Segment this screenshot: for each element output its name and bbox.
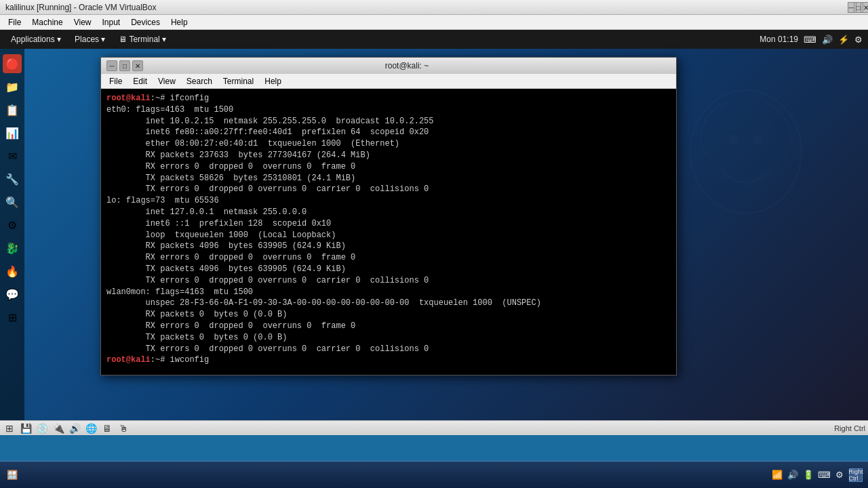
terminal-line: RX errors 0 dropped 0 overruns 0 frame 0 <box>106 321 671 332</box>
terminal-line: RX packets 0 bytes 0 (0.0 B) <box>106 309 671 321</box>
terminal-line: RX errors 0 dropped 0 overruns 0 frame 0 <box>106 252 671 264</box>
sidebar-icon-3[interactable]: 📊 <box>3 123 22 142</box>
close-button[interactable]: ✕ <box>863 2 868 13</box>
kbd-icon: ⌨ <box>804 35 816 45</box>
terminal-maximize[interactable]: □ <box>119 60 130 71</box>
terminal-line: inet6 fe80::a00:27ff:fee0:40d1 prefixlen… <box>106 127 671 138</box>
sidebar-icon-9[interactable]: 🔥 <box>3 262 22 281</box>
terminal-label: Terminal ▾ <box>129 35 166 44</box>
places-label: Places ▾ <box>75 35 105 44</box>
terminal-menubar: File Edit View Search Terminal Help <box>101 74 676 89</box>
right-ctrl-label: Right Ctrl <box>834 424 865 432</box>
status-usb-icon[interactable]: 🔌 <box>52 422 65 434</box>
status-optical-icon[interactable]: 💿 <box>35 422 49 434</box>
terminal-icon: 🖥 <box>119 35 127 44</box>
term-menu-edit[interactable]: Edit <box>127 75 153 87</box>
minimize-button[interactable]: ─ <box>848 2 854 13</box>
term-menu-terminal[interactable]: Terminal <box>218 75 259 87</box>
terminal-line: ether 08:00:27:e0:40:d1 txqueuelen 1000 … <box>106 138 671 150</box>
terminal-line: TX packets 4096 bytes 639905 (624.9 KiB) <box>106 264 671 275</box>
terminal-line: RX packets 4096 bytes 639905 (624.9 KiB) <box>106 241 671 252</box>
host-settings-icon[interactable]: ⚙ <box>833 468 846 482</box>
terminal-window-controls: ─ □ ✕ <box>106 60 143 71</box>
clock-display: Mon 01:19 <box>760 35 798 44</box>
host-system-tray: 📶 🔊 🔋 ⌨ ⚙ <box>770 468 846 482</box>
terminal-title: root@kali: ~ <box>143 61 671 70</box>
status-network-icon[interactable]: 🌐 <box>84 422 98 434</box>
host-battery-icon[interactable]: 🔋 <box>802 468 815 482</box>
sidebar-icon-11[interactable]: ⊞ <box>3 308 22 327</box>
host-taskbar-left: 🪟 <box>5 468 19 482</box>
status-hdd-icon[interactable]: 💾 <box>19 422 33 434</box>
sidebar-icon-2[interactable]: 📋 <box>3 100 22 119</box>
power-icon[interactable]: ⚡ <box>838 35 849 45</box>
status-audio-icon[interactable]: 🔊 <box>68 422 81 434</box>
terminal-line: TX errors 0 dropped 0 overruns 0 carrier… <box>106 275 671 287</box>
status-screen-icon[interactable]: ⊞ <box>3 422 16 434</box>
terminal-window: ─ □ ✕ root@kali: ~ File Edit View Search… <box>100 57 677 375</box>
terminal-line: inet 10.0.2.15 netmask 255.255.255.0 bro… <box>106 116 671 127</box>
sidebar-icon-6[interactable]: 🔍 <box>3 192 22 211</box>
host-network-icon[interactable]: 📶 <box>770 468 784 482</box>
maximize-button[interactable]: □ <box>856 2 861 13</box>
status-mouse-icon[interactable]: 🖱 <box>117 422 130 434</box>
terminal-line: wlan0mon: flags=4163 mtu 1500 <box>106 287 671 298</box>
settings-icon[interactable]: ⚙ <box>854 35 863 45</box>
sidebar-icon-1[interactable]: 📁 <box>3 77 22 96</box>
right-ctrl-button[interactable]: Right Ctrl <box>849 468 863 482</box>
kali-topbar: Applications ▾ Places ▾ 🖥 Terminal ▾ Mon… <box>0 30 868 49</box>
terminal-line: eth0: flags=4163 mtu 1500 <box>106 104 671 116</box>
host-start-icon[interactable]: 🪟 <box>5 468 19 482</box>
terminal-line: lo: flags=73 mtu 65536 <box>106 195 671 207</box>
status-display-icon[interactable]: 🖥 <box>100 422 114 434</box>
vbox-menu-input[interactable]: Input <box>97 16 126 28</box>
sidebar-icon-8[interactable]: 🐉 <box>3 239 22 258</box>
places-menu[interactable]: Places ▾ <box>69 33 111 45</box>
sidebar-icon-4[interactable]: ✉ <box>3 146 22 165</box>
vbox-menu-machine[interactable]: Machine <box>26 16 68 28</box>
terminal-line: TX errors 0 dropped 0 overruns 0 carrier… <box>106 184 671 195</box>
sidebar-icon-10[interactable]: 💬 <box>3 285 22 304</box>
vbox-statusbar: ⊞ 💾 💿 🔌 🔊 🌐 🖥 🖱 Right Ctrl <box>0 420 868 435</box>
terminal-close[interactable]: ✕ <box>132 60 143 71</box>
vbox-menubar: File Machine View Input Devices Help <box>0 15 868 30</box>
terminal-line: loop txqueuelen 1000 (Local Loopback) <box>106 230 671 241</box>
terminal-line: root@kali:~# iwconfig <box>106 354 671 366</box>
svg-point-1 <box>729 135 739 145</box>
terminal-line: RX errors 0 dropped 0 overruns 0 frame 0 <box>106 161 671 173</box>
terminal-line: TX packets 0 bytes 0 (0.0 B) <box>106 332 671 344</box>
terminal-menu[interactable]: 🖥 Terminal ▾ <box>113 33 172 45</box>
term-menu-view[interactable]: View <box>153 75 181 87</box>
sidebar-icon-7[interactable]: ⚙ <box>3 216 22 235</box>
sidebar-icon-0[interactable]: 🔴 <box>3 54 22 73</box>
term-menu-file[interactable]: File <box>104 75 127 87</box>
terminal-line: TX errors 0 dropped 0 overruns 0 carrier… <box>106 344 671 355</box>
terminal-minimize[interactable]: ─ <box>106 60 117 71</box>
terminal-output[interactable]: root@kali:~# ifconfigeth0: flags=4163 mt… <box>101 89 676 375</box>
terminal-line: unspec 28-F3-66-0A-F1-09-30-3A-00-00-00-… <box>106 298 671 309</box>
host-taskbar-right: 📶 🔊 🔋 ⌨ ⚙ Right Ctrl <box>770 468 863 482</box>
vbox-menu-file[interactable]: File <box>3 16 26 28</box>
terminal-line: inet6 ::1 prefixlen 128 scopeid 0x10 <box>106 218 671 230</box>
terminal-line: root@kali:~# ifconfig <box>106 93 671 104</box>
vbox-menu-help[interactable]: Help <box>165 16 193 28</box>
vbox-menu-devices[interactable]: Devices <box>125 16 165 28</box>
terminal-line: TX packets 58626 bytes 25310801 (24.1 Mi… <box>106 173 671 184</box>
term-menu-help[interactable]: Help <box>259 75 287 87</box>
host-keyboard-icon[interactable]: ⌨ <box>817 468 831 482</box>
applications-menu[interactable]: Applications ▾ <box>5 33 66 45</box>
vbox-title: kalilinux [Running] - Oracle VM VirtualB… <box>5 3 157 12</box>
host-taskbar: 🪟 📶 🔊 🔋 ⌨ ⚙ Right Ctrl <box>0 461 868 488</box>
host-volume-icon[interactable]: 🔊 <box>786 468 800 482</box>
vbox-window-controls: ─ □ ✕ <box>853 2 864 13</box>
terminal-line: inet 127.0.0.1 netmask 255.0.0.0 <box>106 207 671 218</box>
terminal-line: RX packets 237633 bytes 277304167 (264.4… <box>106 150 671 161</box>
terminal-titlebar: ─ □ ✕ root@kali: ~ <box>101 58 676 74</box>
sidebar-icon-5[interactable]: 🔧 <box>3 169 22 188</box>
vbox-titlebar: kalilinux [Running] - Oracle VM VirtualB… <box>0 0 868 15</box>
kali-sidebar: 🔴 📁 📋 📊 ✉ 🔧 🔍 ⚙ 🐉 🔥 💬 ⊞ <box>0 49 24 420</box>
term-menu-search[interactable]: Search <box>181 75 218 87</box>
svg-point-2 <box>753 135 764 145</box>
sound-icon[interactable]: 🔊 <box>822 35 833 45</box>
vbox-menu-view[interactable]: View <box>68 16 97 28</box>
